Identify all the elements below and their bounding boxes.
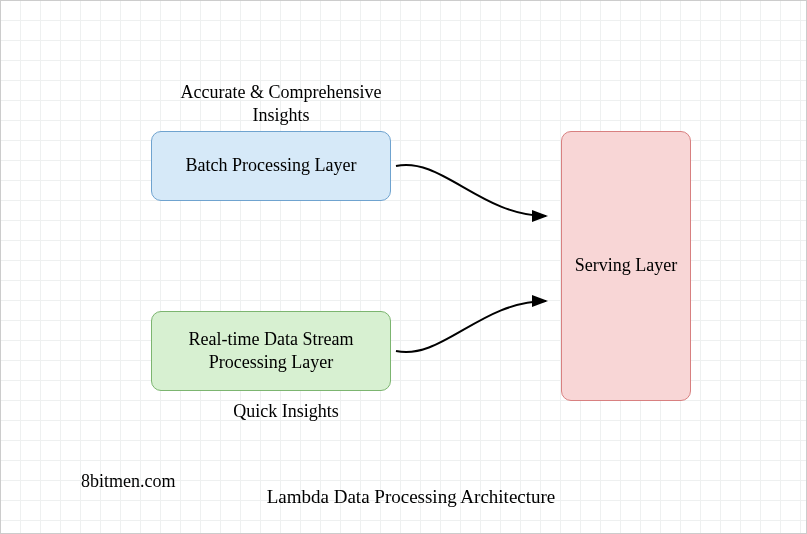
arrow-realtime-to-serving	[391, 291, 561, 361]
label-quick: Quick Insights	[211, 401, 361, 422]
serving-layer-label: Serving Layer	[575, 254, 677, 277]
realtime-processing-box: Real-time Data Stream Processing Layer	[151, 311, 391, 391]
diagram-title: Lambda Data Processing Architecture	[201, 486, 621, 508]
batch-processing-box: Batch Processing Layer	[151, 131, 391, 201]
batch-processing-label: Batch Processing Layer	[186, 154, 357, 177]
serving-layer-box: Serving Layer	[561, 131, 691, 401]
label-accurate: Accurate & Comprehensive Insights	[166, 81, 396, 126]
arrow-batch-to-serving	[391, 161, 561, 231]
realtime-processing-label: Real-time Data Stream Processing Layer	[160, 328, 382, 375]
